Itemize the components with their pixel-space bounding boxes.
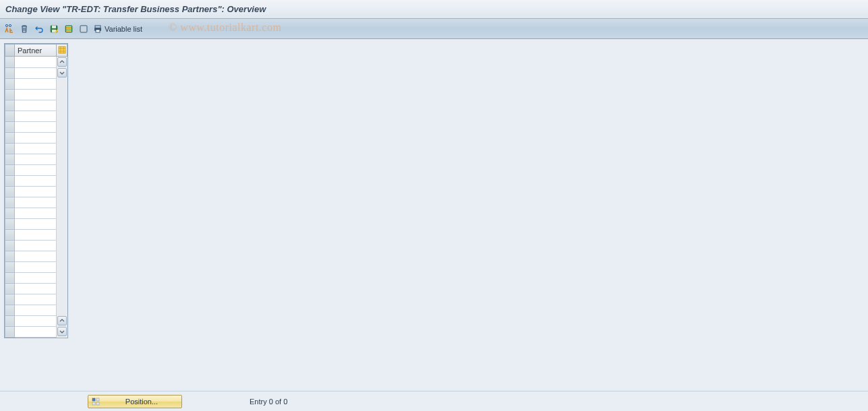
partner-cell[interactable] xyxy=(15,67,57,78)
row-selector[interactable] xyxy=(5,315,15,326)
partner-cell[interactable] xyxy=(15,143,57,154)
partner-cell[interactable] xyxy=(15,261,57,272)
partner-cell[interactable] xyxy=(15,326,57,337)
partner-cell[interactable] xyxy=(15,272,57,283)
partner-cell[interactable] xyxy=(15,305,57,315)
partner-cell[interactable] xyxy=(15,240,57,251)
row-selector[interactable] xyxy=(5,251,15,261)
toggle-display-change-button[interactable] xyxy=(3,22,16,36)
row-selector[interactable] xyxy=(5,121,15,132)
table-row xyxy=(5,208,67,218)
partner-cell[interactable] xyxy=(15,218,57,229)
row-selector[interactable] xyxy=(5,89,15,100)
row-selector[interactable] xyxy=(5,197,15,208)
row-selector[interactable] xyxy=(5,186,15,197)
deselect-all-icon xyxy=(79,24,88,34)
row-selector[interactable] xyxy=(5,110,15,121)
undo-button[interactable] xyxy=(32,22,46,36)
svg-rect-17 xyxy=(92,398,95,401)
row-selector[interactable] xyxy=(5,229,15,240)
partner-cell[interactable] xyxy=(15,121,57,132)
partner-cell[interactable] xyxy=(15,78,57,89)
partner-cell[interactable] xyxy=(15,175,57,186)
chevron-down-icon xyxy=(57,68,67,77)
row-selector[interactable] xyxy=(5,57,15,68)
partner-cell[interactable] xyxy=(15,57,57,68)
table-row xyxy=(5,261,67,272)
scroll-track xyxy=(57,100,67,110)
scroll-track xyxy=(57,283,67,294)
partner-cell[interactable] xyxy=(15,197,57,208)
delete-button[interactable] xyxy=(18,22,31,36)
svg-rect-19 xyxy=(92,402,95,405)
row-selector[interactable] xyxy=(5,326,15,337)
partner-cell[interactable] xyxy=(15,164,57,175)
scroll-up-button[interactable] xyxy=(57,57,67,68)
row-selector[interactable] xyxy=(5,100,15,110)
table-row xyxy=(5,89,67,100)
table-row xyxy=(5,326,67,337)
watermark-text: © www.tutorialkart.com xyxy=(169,22,281,34)
scroll-up-button-bottom[interactable] xyxy=(57,315,67,326)
chevron-up-icon xyxy=(57,57,67,67)
scroll-track xyxy=(57,240,67,251)
data-grid: Partner xyxy=(4,43,68,338)
undo-arrow-icon xyxy=(34,24,44,34)
scroll-down-button[interactable] xyxy=(57,326,67,337)
partner-cell[interactable] xyxy=(15,294,57,305)
variable-list-button[interactable]: Variable list xyxy=(92,22,146,36)
partner-cell[interactable] xyxy=(15,283,57,294)
scroll-track xyxy=(57,251,67,261)
content-area: Partner xyxy=(0,39,868,391)
svg-rect-8 xyxy=(66,30,71,32)
save-button[interactable] xyxy=(47,22,61,36)
row-selector[interactable] xyxy=(5,218,15,229)
column-header-partner[interactable]: Partner xyxy=(15,44,57,57)
row-selector[interactable] xyxy=(5,294,15,305)
partner-cell[interactable] xyxy=(15,89,57,100)
table-row xyxy=(5,110,67,121)
scroll-track xyxy=(57,208,67,218)
row-selector[interactable] xyxy=(5,305,15,315)
partner-cell[interactable] xyxy=(15,132,57,143)
partner-cell[interactable] xyxy=(15,251,57,261)
scroll-down-button-top[interactable] xyxy=(57,67,67,78)
partner-cell[interactable] xyxy=(15,229,57,240)
row-selector[interactable] xyxy=(5,272,15,283)
scroll-track xyxy=(57,229,67,240)
table-row xyxy=(5,154,67,164)
partner-cell[interactable] xyxy=(15,154,57,164)
table-row xyxy=(5,315,67,326)
svg-rect-16 xyxy=(59,46,65,53)
row-selector[interactable] xyxy=(5,154,15,164)
row-selector[interactable] xyxy=(5,261,15,272)
row-selector-header[interactable] xyxy=(5,44,15,57)
row-selector[interactable] xyxy=(5,240,15,251)
row-selector[interactable] xyxy=(5,67,15,78)
partner-cell[interactable] xyxy=(15,110,57,121)
deselect-all-button[interactable] xyxy=(77,22,90,36)
table-settings-button[interactable] xyxy=(57,44,67,57)
scroll-track xyxy=(57,110,67,121)
table-row xyxy=(5,218,67,229)
select-all-button[interactable] xyxy=(62,22,76,36)
toolbar: Variable list © www.tutorialkart.com xyxy=(0,19,868,39)
table-row xyxy=(5,78,67,89)
row-selector[interactable] xyxy=(5,208,15,218)
row-selector[interactable] xyxy=(5,132,15,143)
row-selector[interactable] xyxy=(5,143,15,154)
table-row xyxy=(5,143,67,154)
partner-cell[interactable] xyxy=(15,100,57,110)
partner-cell[interactable] xyxy=(15,186,57,197)
scroll-track xyxy=(57,143,67,154)
partner-cell[interactable] xyxy=(15,315,57,326)
table-row xyxy=(5,197,67,208)
chevron-down-icon xyxy=(57,327,67,336)
row-selector[interactable] xyxy=(5,283,15,294)
row-selector[interactable] xyxy=(5,78,15,89)
table-row xyxy=(5,164,67,175)
partner-cell[interactable] xyxy=(15,208,57,218)
row-selector[interactable] xyxy=(5,175,15,186)
row-selector[interactable] xyxy=(5,164,15,175)
position-button[interactable]: Position... xyxy=(88,395,182,408)
